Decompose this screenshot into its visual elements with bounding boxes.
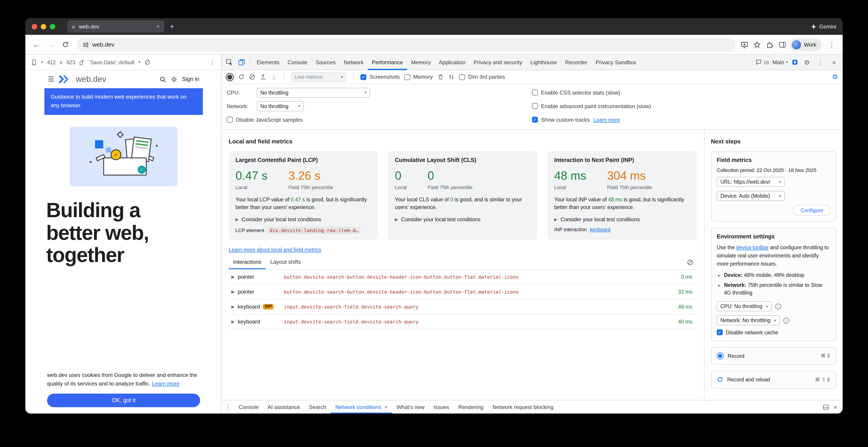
rotate-viewport-icon[interactable] — [79, 59, 85, 65]
lcp-test-conditions-disclosure[interactable]: ▶ Consider your local test conditions — [236, 216, 371, 222]
drawer-tab-whats-new[interactable]: What's new — [392, 400, 429, 414]
interaction-row[interactable]: ▶ keyboard INP input.devsite-search-fiel… — [229, 299, 697, 314]
expand-row-icon[interactable]: ▶ — [231, 304, 235, 309]
record-and-reload-icon[interactable] — [238, 74, 245, 80]
history-dropdown[interactable]: Live metrics▾ — [291, 72, 346, 82]
custom-tracks-learn-more-link[interactable]: Learn more — [593, 117, 620, 123]
bookmark-star-icon[interactable] — [753, 41, 761, 48]
capture-settings-icon[interactable]: ⚙ — [832, 73, 838, 81]
screenshots-checkbox[interactable]: Screenshots — [361, 74, 400, 80]
lcp-element-chip[interactable]: div.devsite-landing-row-item-d… — [267, 227, 361, 234]
throttling-icon[interactable] — [145, 59, 150, 65]
tab-interactions[interactable]: Interactions — [229, 256, 266, 269]
viewport-height[interactable]: 823 — [67, 60, 75, 65]
search-icon[interactable] — [159, 76, 166, 82]
minimize-window-button[interactable] — [41, 24, 46, 29]
device-mode-indicator-icon[interactable] — [792, 59, 798, 66]
interaction-target[interactable]: button.devsite-search-button.devsite-hea… — [284, 274, 664, 279]
interaction-row[interactable]: ▶ pointer button.devsite-search-button.d… — [229, 269, 697, 284]
devtools-settings-icon[interactable]: ⚙ — [802, 59, 812, 66]
browser-tab[interactable]: » web.dev × — [67, 20, 164, 33]
collect-garbage-icon[interactable] — [437, 74, 444, 80]
memory-checkbox-box[interactable] — [404, 74, 410, 80]
sign-in-button[interactable]: Sign in — [182, 76, 199, 82]
save-data-caret-icon[interactable]: ▾ — [138, 60, 141, 64]
record-and-reload-button[interactable]: Record and reload ⌘ ⇧ E — [711, 371, 836, 389]
gemini-button[interactable]: Gemini — [811, 23, 836, 30]
webdev-wordmark[interactable]: web.dev — [76, 74, 106, 84]
devtools-tab-performance[interactable]: Performance — [368, 55, 407, 70]
dock-side-icon[interactable] — [823, 404, 829, 410]
interaction-row[interactable]: ▶ keyboard input.devsite-search-field.de… — [229, 314, 697, 329]
devtools-tab-memory[interactable]: Memory — [407, 55, 435, 70]
drawer-tab-search[interactable]: Search — [305, 400, 331, 414]
memory-checkbox[interactable]: Memory — [404, 74, 433, 80]
cls-test-conditions-disclosure[interactable]: ▶ Consider your local test conditions — [395, 216, 531, 222]
disable-network-cache-checkbox[interactable]: Disable network cache — [717, 330, 830, 335]
inspect-element-button[interactable] — [223, 56, 236, 68]
load-profile-icon[interactable] — [260, 74, 266, 80]
install-icon[interactable] — [741, 41, 748, 48]
drawer-tab-network-request-blocking[interactable]: Network request blocking — [488, 400, 558, 414]
devtools-tab-sources[interactable]: Sources — [312, 55, 340, 70]
forward-button[interactable]: → — [44, 38, 57, 51]
devtools-tab-recorder[interactable]: Recorder — [561, 55, 592, 70]
menu-icon[interactable]: ☰ — [48, 75, 54, 83]
field-url-select[interactable]: URL: https://web.dev/▾ — [717, 177, 785, 187]
configure-button[interactable]: Configure — [793, 205, 830, 216]
record-icon[interactable] — [227, 74, 232, 79]
field-device-select[interactable]: Device: Auto (Mobile)▾ — [717, 191, 785, 201]
tab-layout-shifts[interactable]: Layout shifts — [266, 256, 305, 269]
save-data-dropdown[interactable]: 'Save-Data': default — [89, 60, 134, 65]
devtools-tab-privacy-sandbox[interactable]: Privacy Sandbox — [592, 55, 641, 70]
cpu-info-icon[interactable]: i — [775, 303, 781, 309]
execution-context-selector[interactable]: Main▾ — [772, 59, 788, 65]
dim-third-parties-checkbox-box[interactable] — [459, 74, 465, 80]
profile-button[interactable]: Work — [790, 38, 822, 51]
drawer-tab-rendering[interactable]: Rendering — [454, 400, 488, 414]
filter-settings-icon[interactable] — [448, 74, 455, 80]
devtools-tab-privacy-security[interactable]: Privacy and security — [469, 55, 526, 70]
env-network-select[interactable]: Network: No throttling▾ — [717, 315, 779, 325]
device-preset-icon[interactable] — [31, 59, 37, 65]
devtools-menu-icon[interactable]: ⋮ — [815, 59, 826, 66]
browser-menu-button[interactable]: ⋮ — [826, 38, 838, 51]
interaction-target[interactable]: input.devsite-search-field.devsite-searc… — [284, 304, 664, 309]
disable-js-samples-checkbox[interactable]: Disable JavaScript samples — [227, 116, 303, 123]
network-throttling-select[interactable]: No throttling▾ — [257, 101, 304, 111]
drawer-menu-icon[interactable]: ⋮ — [225, 403, 231, 411]
dim-third-parties-checkbox[interactable]: Dim 3rd parties — [459, 74, 505, 80]
clear-icon[interactable] — [249, 74, 255, 80]
back-button[interactable]: ← — [30, 38, 42, 51]
device-toolbar-toggle-button[interactable] — [236, 56, 248, 68]
devtools-tab-elements[interactable]: Elements — [253, 55, 283, 70]
address-bar[interactable]: web.dev — [77, 38, 735, 51]
drawer-tab-close-icon[interactable]: × — [384, 404, 388, 410]
paint-instrumentation-checkbox-box[interactable] — [532, 103, 538, 109]
maximize-window-button[interactable] — [50, 24, 55, 29]
devtools-close-icon[interactable]: × — [829, 59, 839, 66]
tab-close-icon[interactable]: × — [156, 23, 160, 30]
disable-js-samples-checkbox-box[interactable] — [227, 117, 233, 123]
viewport-width[interactable]: 412 — [47, 60, 56, 65]
device-toolbar-link[interactable]: device toolbar — [736, 245, 769, 250]
css-selector-stats-checkbox-box[interactable] — [532, 90, 538, 96]
devtools-tab-network[interactable]: Network — [340, 55, 368, 70]
metrics-learn-more-link[interactable]: Learn more about local and field metrics — [229, 247, 321, 252]
device-toolbar-menu-icon[interactable]: ⋮ — [209, 59, 216, 66]
side-panel-icon[interactable] — [779, 41, 786, 48]
theme-toggle-icon[interactable] — [171, 76, 178, 82]
close-window-button[interactable] — [32, 24, 37, 29]
custom-tracks-checkbox-box[interactable] — [532, 117, 538, 123]
record-button[interactable]: Record ⌘ E — [711, 347, 836, 365]
css-selector-stats-checkbox[interactable]: Enable CSS selector stats (slow) — [532, 89, 620, 96]
reload-button[interactable] — [59, 38, 71, 51]
console-messages-badge[interactable]: 16 — [755, 59, 769, 65]
webdev-logo-icon[interactable] — [59, 75, 70, 83]
cookie-accept-button[interactable]: OK, got it — [47, 393, 200, 407]
disable-network-cache-checkbox-box[interactable] — [717, 330, 723, 335]
interaction-target[interactable]: input.devsite-search-field.devsite-searc… — [284, 319, 664, 324]
save-profile-icon[interactable] — [271, 74, 277, 80]
clear-log-icon[interactable] — [687, 259, 693, 266]
drawer-tab-console[interactable]: Console — [234, 400, 263, 414]
